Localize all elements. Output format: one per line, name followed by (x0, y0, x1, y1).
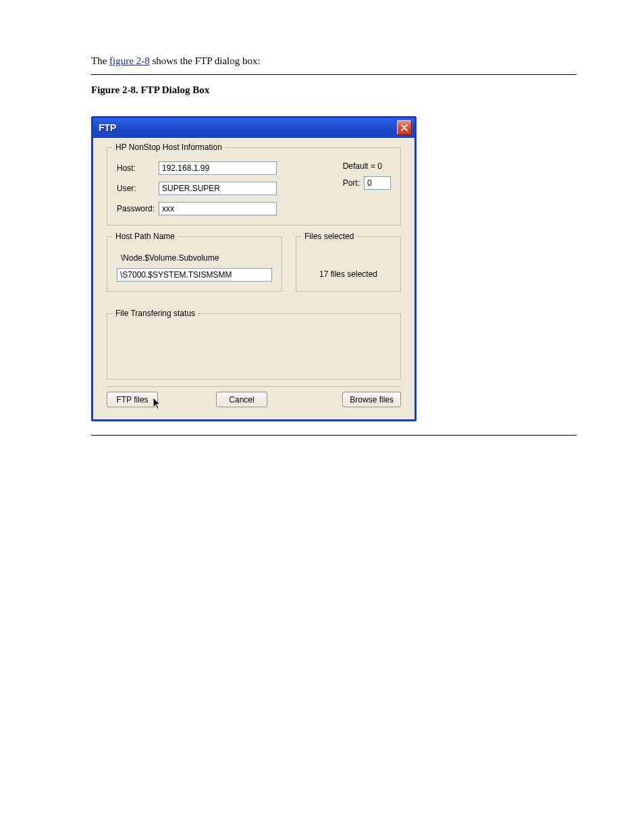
host-path-legend: Host Path Name (113, 232, 178, 241)
files-selected-legend: Files selected (302, 232, 356, 241)
port-input[interactable] (364, 176, 391, 190)
files-selected-group: Files selected 17 files selected (296, 236, 401, 292)
port-label: Port: (343, 178, 360, 188)
titlebar[interactable]: FTP (93, 118, 414, 138)
host-info-group: HP NonStop Host Information Host: User: (107, 147, 401, 226)
ftp-dialog: FTP HP NonStop Host Information (91, 116, 417, 421)
dialog-title: FTP (99, 122, 116, 133)
top-rule (91, 74, 576, 75)
figure-reference-link[interactable]: figure 2-8 (109, 55, 150, 66)
host-info-legend: HP NonStop Host Information (113, 142, 225, 152)
close-button[interactable] (397, 120, 412, 135)
host-path-input[interactable] (117, 268, 272, 282)
status-group: File Transfering status (107, 313, 401, 380)
figure-caption: Figure 2-8. FTP Dialog Box (91, 84, 576, 96)
files-selected-text: 17 files selected (306, 269, 391, 279)
ftp-files-button[interactable]: FTP files (107, 392, 158, 407)
bottom-rule (91, 435, 576, 436)
close-icon (401, 124, 408, 131)
browse-files-button[interactable]: Browse files (342, 392, 401, 407)
host-path-hint: \Node.$Volume.Subvolume (121, 253, 272, 263)
cursor-icon (153, 397, 162, 413)
port-default-text: Default = 0 (343, 161, 391, 171)
intro-prefix: The (91, 55, 109, 66)
cancel-button[interactable]: Cancel (216, 392, 267, 407)
status-legend: File Transfering status (113, 309, 198, 318)
host-input[interactable] (159, 161, 277, 175)
user-label: User: (117, 184, 159, 193)
password-input[interactable] (159, 202, 277, 215)
intro-text: The figure 2-8 shows the FTP dialog box: (91, 54, 576, 68)
user-input[interactable] (159, 182, 277, 195)
button-bar: FTP files Cancel Browse files (107, 390, 401, 407)
password-label: Password: (117, 204, 159, 213)
intro-rest: shows the FTP dialog box: (150, 55, 261, 66)
host-label: Host: (117, 163, 159, 173)
host-path-group: Host Path Name \Node.$Volume.Subvolume (107, 236, 282, 292)
